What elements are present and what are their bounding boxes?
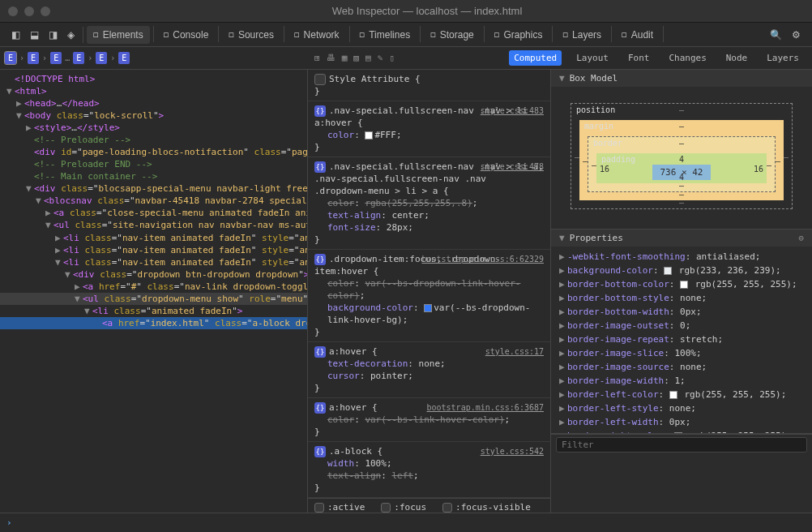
- computed-property[interactable]: ▶border-image-width: 1;: [551, 374, 812, 388]
- properties-heading[interactable]: ▼ Properties ⊜: [551, 230, 812, 247]
- rule-source-link[interactable]: bootstrap.min.css:6:62329: [421, 253, 544, 265]
- close-window-icon[interactable]: [8, 6, 18, 16]
- style-rule[interactable]: style.css:17{}a:hover {text-decoration: …: [308, 342, 550, 398]
- dock-left-icon[interactable]: ◨: [44, 26, 62, 44]
- style-rule[interactable]: bootstrap.min.css:6:62329{}.dropdown-ite…: [308, 250, 550, 342]
- dom-node[interactable]: ▼<blocsnav class="navbar-45418 navbar-27…: [0, 195, 307, 207]
- style-property[interactable]: cursor: pointer;: [314, 370, 544, 382]
- pseudo-checkbox-active[interactable]: :active: [314, 502, 365, 513]
- rule-source-link[interactable]: bootstrap.min.css:6:3687: [427, 401, 545, 414]
- breadcrumb-item[interactable]: E: [118, 52, 130, 64]
- tab-network[interactable]: ◻ Network: [288, 26, 346, 44]
- rule-selector[interactable]: Style Attribute: [329, 74, 409, 84]
- rule-source-link[interactable]: style.css:478: [481, 161, 544, 173]
- dom-node[interactable]: ▼<ul class="site-navigation nav navbar-n…: [0, 219, 307, 232]
- computed-filter-input[interactable]: [556, 437, 807, 453]
- minimize-window-icon[interactable]: [24, 6, 34, 16]
- paint-flashing-icon[interactable]: ▦: [342, 53, 348, 63]
- compositing-borders-icon[interactable]: ▨: [353, 53, 359, 63]
- style-rule[interactable]: Style Attribute {}: [308, 70, 550, 101]
- style-property[interactable]: font-size: 28px;: [314, 221, 544, 234]
- dom-node[interactable]: ▶<a class="close-special-menu animated f…: [0, 207, 307, 219]
- dom-node[interactable]: ▶<style>…</style>: [0, 122, 307, 134]
- layout-grid-icon[interactable]: ▤: [365, 53, 371, 63]
- dom-node[interactable]: ▶<li class="nav-item animated fadeIn" st…: [0, 244, 307, 256]
- breadcrumb-item[interactable]: E: [73, 52, 84, 64]
- rule-selector[interactable]: a:hover: [329, 346, 366, 357]
- computed-property[interactable]: ▶border-image-source: none;: [551, 360, 812, 374]
- computed-property[interactable]: ▶border-left-width: 0px;: [551, 415, 812, 429]
- computed-property[interactable]: ▶background-color: rgb(233, 236, 239);: [551, 264, 812, 277]
- dom-node[interactable]: ▼<ul class="dropdown-menu show" role="me…: [0, 293, 307, 305]
- breadcrumb-item[interactable]: …: [63, 54, 71, 62]
- console-drawer[interactable]: ›: [0, 513, 812, 532]
- dom-node[interactable]: ▶<head>…</head>: [0, 97, 307, 109]
- tab-audit[interactable]: ◻ Audit: [615, 26, 660, 44]
- computed-property[interactable]: ▶border-image-repeat: stretch;: [551, 332, 812, 346]
- pseudo-checkbox-focus-visible[interactable]: :focus-visible: [442, 502, 531, 513]
- dom-node[interactable]: ▼<div class="dropdown btn-dropdown dropd…: [0, 268, 307, 281]
- style-property[interactable]: width: 100%;: [314, 457, 544, 470]
- device-icon[interactable]: ▯: [389, 53, 395, 63]
- detail-tab-changes[interactable]: Changes: [664, 50, 711, 66]
- style-property[interactable]: text-align: center;: [314, 209, 544, 221]
- style-property[interactable]: text-align: left;: [314, 470, 544, 482]
- dom-node[interactable]: ▼<li class="nav-item animated fadeIn" st…: [0, 256, 307, 268]
- breadcrumb-item[interactable]: E: [28, 52, 39, 64]
- dom-node[interactable]: ▶<a href="#" class="nav-link dropdown-to…: [0, 281, 307, 293]
- style-rule[interactable]: style.css:483{}.nav-special.fullscreen-n…: [308, 101, 550, 157]
- dock-bottom-icon[interactable]: ⬓: [25, 26, 44, 44]
- dom-node[interactable]: <!-- Preloader -->: [0, 134, 307, 146]
- dom-node[interactable]: ▼<li class="animated fadeIn">: [0, 305, 307, 317]
- dom-tree-panel[interactable]: <!DOCTYPE html>▼<html>▶<head>…</head>▼<b…: [0, 70, 308, 513]
- tab-console[interactable]: ◻ Console: [157, 26, 216, 44]
- dom-node[interactable]: ▼<html>: [0, 85, 307, 97]
- tab-storage[interactable]: ◻ Storage: [424, 26, 481, 44]
- dom-node[interactable]: <!DOCTYPE html>: [0, 73, 307, 85]
- paint-icon[interactable]: ✎: [378, 53, 383, 63]
- computed-property[interactable]: ▶border-left-color: rgb(255, 255, 255);: [551, 388, 812, 401]
- settings-gear-icon[interactable]: ⚙: [787, 26, 806, 44]
- tab-layers[interactable]: ◻ Layers: [556, 26, 608, 44]
- breadcrumb-item[interactable]: E: [5, 52, 16, 64]
- computed-property[interactable]: ▶border-right-color: rgb(255, 255, 255);: [551, 429, 812, 433]
- style-property[interactable]: color: var(--bs-dropdown-link-hover-colo…: [314, 277, 544, 302]
- detail-tab-font[interactable]: Font: [623, 50, 655, 66]
- detail-tab-layers[interactable]: Layers: [762, 50, 804, 66]
- computed-property[interactable]: ▶border-bottom-color: rgb(255, 255, 255)…: [551, 277, 812, 291]
- rule-selector[interactable]: .a-block: [329, 446, 372, 457]
- computed-property[interactable]: ▶-webkit-font-smoothing: antialiased;: [551, 250, 812, 264]
- box-model-diagram[interactable]: position – – – – margin – – – – border –: [551, 87, 812, 229]
- tab-elements[interactable]: ◻ Elements: [87, 26, 150, 44]
- computed-property[interactable]: ▶border-bottom-width: 0px;: [551, 305, 812, 319]
- dom-node[interactable]: <!-- Main container -->: [0, 170, 307, 182]
- style-property[interactable]: color: #FFF;: [314, 129, 544, 141]
- toggle-rulers-icon[interactable]: ⊞: [314, 53, 320, 63]
- dom-node[interactable]: <a href="index.html" class="a-block drop…: [0, 317, 307, 329]
- dom-node[interactable]: ▶<li class="nav-item animated fadeIn" st…: [0, 232, 307, 244]
- style-rule[interactable]: style.css:542{}.a-block {width: 100%;tex…: [308, 442, 550, 498]
- rule-source-link[interactable]: style.css:483: [481, 105, 544, 117]
- search-icon[interactable]: 🔍: [765, 26, 787, 44]
- print-styles-icon[interactable]: 🖶: [327, 53, 335, 63]
- computed-property[interactable]: ▶border-image-slice: 100%;: [551, 346, 812, 360]
- dock-side-icon[interactable]: ◧: [6, 26, 25, 44]
- tab-timelines[interactable]: ◻ Timelines: [353, 26, 417, 44]
- rule-selector[interactable]: a:hover: [329, 402, 366, 413]
- style-rule[interactable]: style.css:478{}.nav-special.fullscreen-n…: [308, 157, 550, 250]
- dom-node[interactable]: <!-- Preloader END -->: [0, 158, 307, 170]
- tab-sources[interactable]: ◻ Sources: [222, 26, 280, 44]
- detail-tab-node[interactable]: Node: [721, 50, 753, 66]
- breadcrumb-path[interactable]: E›E›E…E›E›E: [0, 52, 308, 64]
- style-property[interactable]: text-decoration: none;: [314, 358, 544, 370]
- computed-property[interactable]: ▶border-image-outset: 0;: [551, 319, 812, 332]
- pseudo-checkbox-focus[interactable]: :focus: [381, 502, 426, 513]
- dom-node[interactable]: <div id="page-loading-blocs-notifaction"…: [0, 146, 307, 158]
- computed-properties-list[interactable]: ▶-webkit-font-smoothing: antialiased;▶ba…: [551, 247, 812, 433]
- breadcrumb-item[interactable]: E: [50, 52, 62, 64]
- computed-property[interactable]: ▶border-left-style: none;: [551, 401, 812, 415]
- dom-node[interactable]: ▼<div class="blocsapp-special-menu navba…: [0, 182, 307, 195]
- style-rule[interactable]: bootstrap.min.css:6:3687{}a:hover {color…: [308, 398, 550, 442]
- rule-source-link[interactable]: style.css:17: [485, 345, 544, 358]
- rule-source-link[interactable]: style.css:542: [481, 445, 544, 457]
